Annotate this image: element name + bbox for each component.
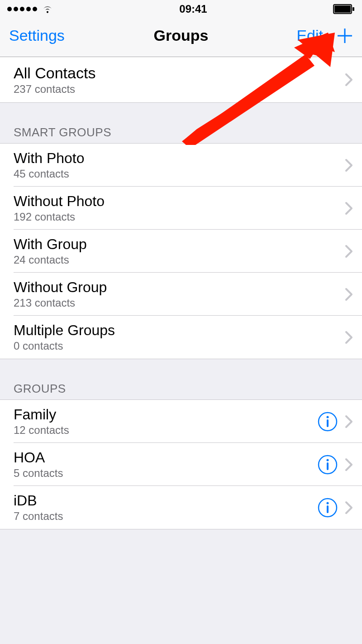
row-title: All Contacts — [14, 64, 95, 82]
svg-point-9 — [327, 459, 329, 461]
section-header-groups: GROUPS — [0, 359, 362, 399]
smart-group-row[interactable]: Multiple Groups 0 contacts — [0, 316, 362, 359]
chevron-right-icon — [345, 73, 353, 87]
row-subtitle: 5 contacts — [14, 467, 63, 480]
back-button[interactable]: Settings — [9, 27, 65, 44]
row-subtitle: 237 contacts — [14, 83, 95, 96]
row-subtitle: 213 contacts — [14, 297, 107, 309]
svg-rect-7 — [327, 419, 329, 427]
smart-group-row[interactable]: With Group 24 contacts — [0, 230, 362, 273]
status-bar: 09:41 — [0, 0, 362, 18]
row-title: With Group — [14, 236, 87, 253]
wifi-icon — [42, 3, 53, 15]
group-row[interactable]: Family 12 contacts — [0, 400, 362, 443]
row-title: Multiple Groups — [14, 322, 115, 339]
add-button[interactable] — [337, 28, 353, 44]
smart-group-row[interactable]: With Photo 45 contacts — [0, 144, 362, 187]
svg-rect-2 — [352, 7, 354, 11]
row-subtitle: 7 contacts — [14, 510, 63, 523]
row-subtitle: 24 contacts — [14, 254, 87, 266]
edit-button[interactable]: Edit — [296, 27, 323, 44]
chevron-right-icon — [345, 501, 353, 514]
signal-strength-icon — [7, 7, 37, 11]
svg-point-6 — [327, 416, 329, 418]
row-subtitle: 0 contacts — [14, 340, 115, 352]
row-title: Without Group — [14, 279, 107, 296]
row-title: Family — [14, 406, 69, 423]
chevron-right-icon — [345, 415, 353, 428]
row-title: Without Photo — [14, 193, 105, 210]
chevron-right-icon — [345, 331, 353, 344]
group-row[interactable]: iDB 7 contacts — [0, 486, 362, 529]
row-title: HOA — [14, 449, 63, 466]
svg-rect-10 — [327, 462, 329, 470]
all-contacts-row[interactable]: All Contacts 237 contacts — [0, 57, 362, 102]
row-subtitle: 192 contacts — [14, 211, 105, 223]
info-icon[interactable] — [318, 455, 338, 475]
page-title: Groups — [154, 27, 209, 44]
smart-group-row[interactable]: Without Group 213 contacts — [0, 273, 362, 316]
chevron-right-icon — [345, 245, 353, 258]
navigation-bar: Settings Groups Edit — [0, 18, 362, 57]
svg-rect-1 — [334, 5, 351, 13]
chevron-right-icon — [345, 159, 353, 172]
info-icon[interactable] — [318, 412, 338, 432]
status-time: 09:41 — [179, 3, 207, 15]
section-header-smart-groups: SMART GROUPS — [0, 103, 362, 143]
smart-group-row[interactable]: Without Photo 192 contacts — [0, 187, 362, 230]
row-title: With Photo — [14, 150, 85, 167]
chevron-right-icon — [345, 458, 353, 471]
info-icon[interactable] — [318, 498, 338, 518]
group-row[interactable]: HOA 5 contacts — [0, 443, 362, 486]
row-subtitle: 12 contacts — [14, 424, 69, 437]
chevron-right-icon — [345, 288, 353, 301]
svg-rect-13 — [327, 505, 329, 513]
chevron-right-icon — [345, 202, 353, 215]
row-title: iDB — [14, 492, 63, 509]
battery-icon — [333, 4, 355, 14]
svg-point-12 — [327, 502, 329, 504]
row-subtitle: 45 contacts — [14, 168, 85, 180]
